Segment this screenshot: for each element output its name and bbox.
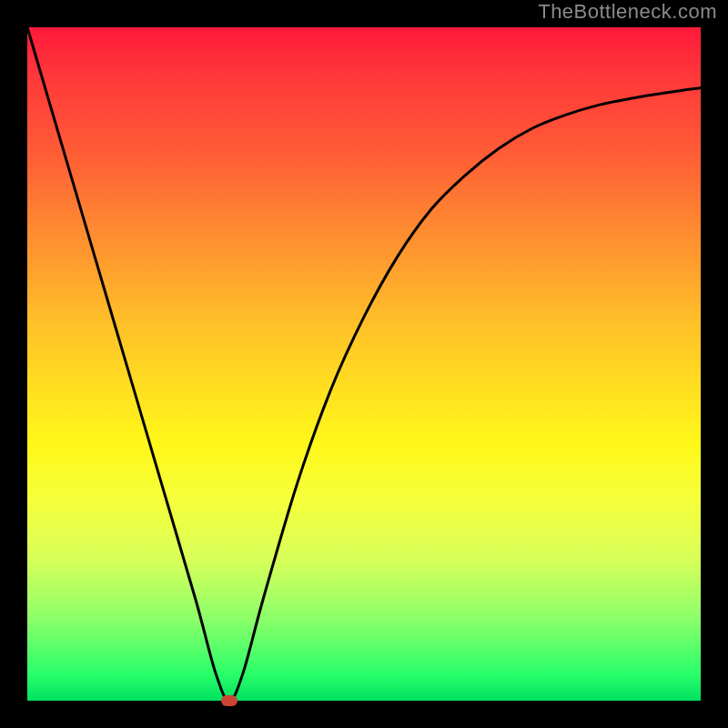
minimum-marker xyxy=(221,695,238,706)
plot-area xyxy=(27,27,701,701)
curve-path xyxy=(27,27,701,701)
watermark-label: TheBottleneck.com xyxy=(538,0,717,24)
curve-svg xyxy=(27,27,701,701)
chart-frame: TheBottleneck.com xyxy=(0,0,728,728)
